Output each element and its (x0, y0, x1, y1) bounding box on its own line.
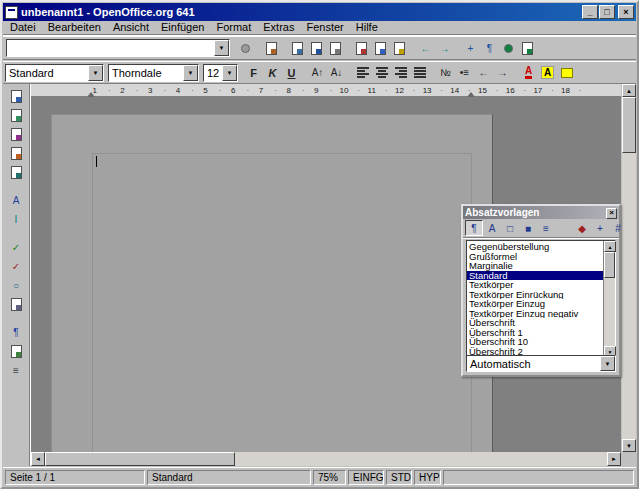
separator[interactable] (512, 64, 519, 81)
insert-icon[interactable] (7, 88, 26, 105)
autotext-icon[interactable]: A (7, 192, 26, 209)
copy-icon[interactable] (371, 40, 390, 57)
separator[interactable] (7, 315, 26, 322)
style-list-item[interactable]: Überschrift 10 (467, 337, 603, 347)
highlighting-icon[interactable]: A (538, 64, 557, 81)
separator[interactable] (7, 183, 26, 190)
maximize-button[interactable]: □ (599, 5, 615, 19)
update-style-icon[interactable]: # (609, 220, 627, 236)
subscript-icon[interactable]: A↓ (327, 64, 346, 81)
style-list-item[interactable]: Textkörper (467, 280, 603, 290)
paragraph-style-combo[interactable]: Standard ▼ (5, 64, 104, 82)
frame-styles-icon[interactable]: □ (501, 220, 519, 236)
direct-cursor-icon[interactable]: I (7, 211, 26, 228)
scroll-right-icon[interactable]: ► (607, 452, 621, 466)
character-styles-icon[interactable]: A (483, 220, 501, 236)
minimize-button[interactable]: _ (582, 5, 598, 19)
style-list-item[interactable]: Textkörper Einrückung (467, 290, 603, 300)
auto-spellcheck-icon[interactable]: ✓ (7, 258, 26, 275)
show-draw-functions-icon[interactable] (7, 145, 26, 162)
style-list-item[interactable]: Textkörper Einzug (467, 299, 603, 309)
spellcheck-icon[interactable]: ✓ (7, 239, 26, 256)
chevron-down-icon[interactable]: ▼ (214, 40, 229, 56)
background-color-icon[interactable] (557, 64, 576, 81)
menu-item[interactable]: Bearbeiten (42, 21, 107, 34)
cut-icon[interactable] (352, 40, 371, 57)
find-replace-icon[interactable]: ○ (7, 277, 26, 294)
separator[interactable] (7, 230, 26, 237)
chevron-down-icon[interactable]: ▼ (600, 356, 615, 371)
document-page[interactable] (51, 114, 493, 452)
new-style-from-selection-icon[interactable]: + (591, 220, 609, 236)
style-list-item[interactable]: Gegenüberstellung (467, 242, 603, 252)
scroll-up-icon[interactable]: ▲ (622, 84, 636, 97)
font-color-icon[interactable]: A (519, 64, 538, 81)
edit-file-icon[interactable] (262, 40, 281, 57)
titlebar[interactable]: unbenannt1 - OpenOffice.org 641 _ □ × (3, 3, 636, 21)
selection-mode-field[interactable]: STD (386, 470, 412, 485)
page-styles-icon[interactable]: ■ (519, 220, 537, 236)
numbering-styles-icon[interactable]: ≡ (537, 220, 555, 236)
separator[interactable] (281, 40, 288, 57)
separator[interactable] (409, 40, 416, 57)
undo-icon[interactable]: ← (416, 40, 435, 57)
italic-icon[interactable]: K (263, 64, 282, 81)
paste-icon[interactable] (390, 40, 409, 57)
menu-item[interactable]: Fenster (300, 21, 349, 34)
separator[interactable] (345, 40, 352, 57)
menu-item[interactable]: Ansicht (107, 21, 155, 34)
menu-item[interactable]: Format (210, 21, 257, 34)
scroll-down-icon[interactable]: ▼ (622, 439, 636, 452)
style-list-item[interactable]: Textkörper Einzug negativ (467, 309, 603, 319)
style-list-item[interactable]: Marginalie (467, 261, 603, 271)
url-combo[interactable]: ▼ (6, 39, 230, 57)
menu-item[interactable]: Einfügen (155, 21, 210, 34)
chevron-down-icon[interactable]: ▼ (183, 65, 198, 81)
stylist-close-icon[interactable]: × (606, 208, 617, 219)
separator[interactable] (454, 40, 461, 57)
align-right-icon[interactable] (391, 64, 410, 81)
zoom-field[interactable]: 75% (313, 470, 346, 485)
gallery-icon[interactable] (518, 40, 537, 57)
stylist-icon[interactable]: ¶ (480, 40, 499, 57)
underline-icon[interactable]: U (282, 64, 301, 81)
style-list-scrollbar[interactable]: ▲ ▼ (603, 241, 615, 357)
separator[interactable] (555, 220, 573, 236)
print-icon[interactable] (326, 40, 345, 57)
font-size-combo[interactable]: 12 ▼ (203, 64, 238, 82)
graphics-onoff-icon[interactable] (7, 343, 26, 360)
fill-format-mode-icon[interactable]: ◆ (573, 220, 591, 236)
decrease-indent-icon[interactable]: ← (474, 64, 493, 81)
menu-item[interactable]: Datei (4, 21, 42, 34)
bold-icon[interactable]: F (244, 64, 263, 81)
style-scroll-track[interactable] (604, 252, 615, 346)
superscript-icon[interactable]: A↑ (308, 64, 327, 81)
font-name-combo[interactable]: Thorndale ▼ (108, 64, 199, 82)
scroll-up-icon[interactable]: ▲ (604, 241, 616, 252)
horizontal-ruler[interactable]: 123456789101112131415161718 (31, 84, 621, 97)
url-input[interactable] (7, 40, 214, 56)
close-button[interactable]: × (618, 5, 634, 19)
numbering-icon[interactable]: № (436, 64, 455, 81)
redo-icon[interactable]: → (435, 40, 454, 57)
page-style-field[interactable]: Standard (147, 470, 311, 485)
chevron-down-icon[interactable]: ▼ (222, 65, 237, 81)
stylist-titlebar[interactable]: Absatzvorlagen × (463, 206, 619, 219)
vertical-scroll-track[interactable] (622, 97, 636, 439)
insert-mode-field[interactable]: EINFG (348, 470, 384, 485)
separator[interactable] (346, 64, 353, 81)
hyperlink-mode-field[interactable]: HYP (414, 470, 441, 485)
data-sources-icon[interactable] (7, 296, 26, 313)
paragraph-styles-icon[interactable]: ¶ (465, 220, 483, 236)
increase-indent-icon[interactable]: → (493, 64, 512, 81)
align-center-icon[interactable] (372, 64, 391, 81)
style-filter-combo[interactable]: Automatisch ▼ (466, 355, 616, 372)
horizontal-scroll-thumb[interactable] (45, 452, 235, 466)
navigator-icon[interactable]: + (461, 40, 480, 57)
align-left-icon[interactable] (353, 64, 372, 81)
status-filler-field[interactable] (443, 470, 634, 485)
horizontal-scroll-track[interactable] (45, 452, 607, 466)
menu-item[interactable]: Extras (257, 21, 300, 34)
insert-objects-icon[interactable] (7, 126, 26, 143)
vertical-scrollbar[interactable]: ▲ ▼ (622, 84, 636, 452)
